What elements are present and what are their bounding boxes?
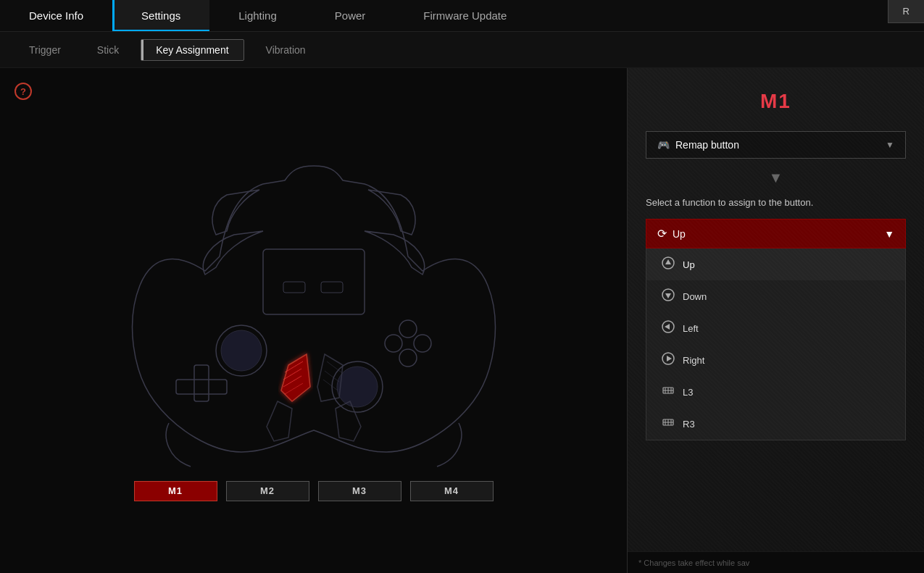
controller-area: ? [0, 68, 627, 573]
nav-item-device-info[interactable]: Device Info [0, 0, 112, 31]
svg-marker-25 [665, 259, 671, 264]
top-navigation: Device Info Settings Lighting Power Firm… [0, 0, 924, 32]
option-down[interactable]: Down [646, 280, 905, 312]
function-dropdown[interactable]: ⟳ Up ▼ [646, 219, 906, 248]
right-panel: M1 🎮 Remap button ▼ ▼ Select a function … [627, 68, 924, 573]
sub-nav-key-assignment[interactable]: Key Assignment [141, 39, 244, 61]
remap-dropdown[interactable]: 🎮 Remap button ▼ [646, 131, 906, 159]
svg-point-2 [221, 330, 262, 371]
nav-item-firmware-update[interactable]: Firmware Update [394, 0, 536, 31]
sub-nav-trigger[interactable]: Trigger [14, 40, 75, 60]
help-icon[interactable]: ? [14, 83, 32, 100]
svg-point-9 [385, 335, 402, 352]
top-right-button[interactable]: R [888, 0, 924, 23]
remap-chevron-icon: ▼ [886, 140, 894, 150]
down-icon [661, 288, 675, 304]
svg-marker-20 [267, 401, 292, 441]
nav-item-lighting[interactable]: Lighting [209, 0, 306, 31]
svg-marker-29 [665, 324, 670, 330]
status-bar: * Changes take effect while sav [628, 551, 924, 573]
controller-image [96, 141, 531, 474]
m2-button[interactable]: M2 [226, 481, 309, 501]
svg-rect-6 [176, 380, 227, 394]
svg-point-10 [399, 349, 417, 367]
svg-marker-31 [667, 356, 672, 361]
option-r3[interactable]: R3 [646, 408, 905, 440]
select-function-text: Select a function to assign to the butto… [646, 197, 906, 208]
m4-button[interactable]: M4 [410, 481, 494, 501]
svg-marker-11 [281, 354, 310, 401]
sub-nav-vibration[interactable]: Vibration [251, 40, 320, 60]
svg-rect-5 [194, 365, 209, 401]
svg-marker-27 [665, 293, 671, 298]
nav-item-power[interactable]: Power [306, 0, 395, 31]
svg-rect-23 [321, 282, 343, 293]
m-buttons-row: M1 M2 M3 M4 [134, 481, 494, 501]
option-up[interactable]: Up [646, 248, 905, 280]
up-circle-icon: ⟳ [657, 227, 667, 241]
l3-icon [661, 384, 675, 400]
svg-point-7 [399, 320, 417, 338]
svg-point-8 [414, 335, 431, 352]
m3-button[interactable]: M3 [318, 481, 401, 501]
svg-rect-22 [283, 282, 305, 293]
sub-navigation: Trigger Stick Key Assignment Vibration [0, 32, 924, 68]
option-right[interactable]: Right [646, 344, 905, 376]
svg-point-4 [337, 367, 378, 407]
main-content: ? [0, 68, 924, 573]
svg-line-19 [323, 380, 338, 390]
function-chevron-icon: ▼ [884, 228, 894, 240]
svg-rect-0 [263, 249, 365, 314]
panel-title: M1 [646, 90, 906, 113]
up-icon [661, 256, 675, 272]
status-text: * Changes take effect while sav [638, 559, 749, 567]
gamepad-icon: 🎮 [657, 139, 670, 151]
function-dropdown-list: Up Down Left [646, 248, 906, 440]
option-left[interactable]: Left [646, 312, 905, 344]
m1-button[interactable]: M1 [134, 481, 217, 501]
nav-item-settings[interactable]: Settings [112, 0, 209, 31]
sub-nav-stick[interactable]: Stick [83, 40, 133, 60]
option-l3[interactable]: L3 [646, 376, 905, 408]
left-icon [661, 320, 675, 336]
r3-icon [661, 416, 675, 432]
right-icon [661, 352, 675, 368]
arrow-indicator: ▼ [646, 170, 906, 186]
